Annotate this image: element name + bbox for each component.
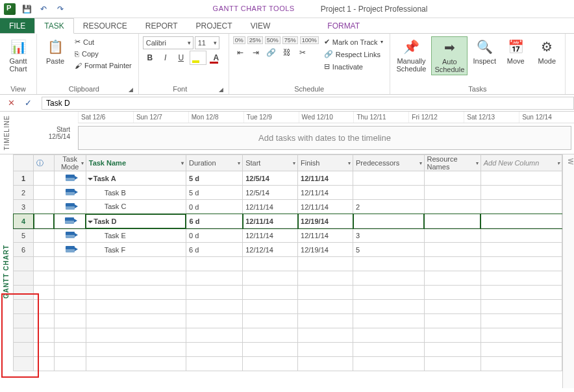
task-mode-cell[interactable] — [54, 314, 86, 328]
outdent-button[interactable]: ⇤ — [233, 45, 247, 60]
ind-cell[interactable] — [34, 328, 54, 343]
duration-cell[interactable] — [186, 257, 242, 271]
auto-schedule-button[interactable]: ➡ Auto Schedule — [431, 36, 468, 75]
predecessors-cell[interactable] — [353, 314, 425, 328]
start-cell[interactable] — [243, 257, 298, 271]
finish-cell[interactable] — [298, 343, 353, 357]
table-row[interactable] — [14, 286, 562, 300]
row-number[interactable] — [14, 343, 34, 357]
ind-cell[interactable] — [34, 286, 54, 300]
add-cell[interactable] — [480, 343, 562, 357]
respect-links-button[interactable]: 🔗Respect Links — [321, 49, 386, 60]
ind-cell[interactable] — [34, 271, 54, 286]
tab-resource[interactable]: RESOURCE — [74, 18, 136, 33]
col-start[interactable]: Start▾ — [243, 155, 298, 171]
add-cell[interactable] — [480, 300, 562, 314]
predecessors-cell[interactable] — [353, 357, 425, 371]
task-mode-cell[interactable] — [54, 271, 86, 286]
add-cell[interactable] — [480, 243, 562, 257]
undo-icon[interactable]: ↶ — [38, 3, 49, 15]
row-number[interactable] — [14, 286, 34, 300]
font-name-combo[interactable]: Calibri▾ — [143, 36, 193, 49]
tab-report[interactable]: REPORT — [136, 18, 187, 33]
row-number[interactable]: 4 — [14, 214, 34, 228]
cancel-entry-icon[interactable]: ✕ — [5, 97, 17, 109]
pct-25-button[interactable]: 25% — [247, 36, 263, 44]
pct-50-button[interactable]: 50% — [265, 36, 281, 44]
indent-button[interactable]: ⇥ — [249, 45, 263, 60]
task-mode-cell[interactable] — [54, 300, 86, 314]
finish-cell[interactable]: 12/11/14 — [298, 228, 353, 243]
task-name-cell[interactable] — [86, 343, 186, 357]
predecessors-cell[interactable] — [353, 214, 425, 228]
paste-button[interactable]: 📋 Paste — [41, 36, 69, 66]
finish-cell[interactable] — [298, 328, 353, 343]
finish-cell[interactable] — [298, 286, 353, 300]
start-cell[interactable] — [243, 300, 298, 314]
table-row[interactable]: 2Task B5 d12/5/1412/11/14 — [14, 186, 562, 200]
row-number[interactable] — [14, 271, 34, 286]
finish-cell[interactable] — [298, 357, 353, 371]
duration-cell[interactable] — [186, 314, 242, 328]
add-cell[interactable] — [480, 257, 562, 271]
res-cell[interactable] — [424, 328, 480, 343]
res-cell[interactable] — [424, 243, 480, 257]
finish-cell[interactable] — [298, 257, 353, 271]
gantt-chart-pane[interactable]: W — [562, 154, 574, 388]
finish-cell[interactable] — [298, 300, 353, 314]
res-cell[interactable] — [424, 228, 480, 243]
move-button[interactable]: 📅 Move — [501, 36, 530, 66]
task-mode-cell[interactable] — [54, 186, 86, 200]
row-number[interactable]: 1 — [14, 171, 34, 186]
finish-cell[interactable]: 12/11/14 — [298, 186, 353, 200]
table-row[interactable]: 3Task C0 d12/11/1412/11/142 — [14, 200, 562, 214]
ind-cell[interactable] — [34, 228, 54, 243]
table-row[interactable] — [14, 328, 562, 343]
row-number[interactable]: 5 — [14, 228, 34, 243]
row-number[interactable] — [14, 314, 34, 328]
font-color-button[interactable]: A — [208, 51, 225, 65]
gantt-chart-button[interactable]: 📊 Gantt Chart — [4, 36, 32, 74]
ind-cell[interactable] — [34, 214, 54, 228]
duration-cell[interactable]: 5 d — [186, 171, 242, 186]
col-indicators[interactable]: ⓘ — [34, 155, 54, 171]
pct-75-button[interactable]: 75% — [282, 36, 298, 44]
finish-cell[interactable]: 12/19/14 — [298, 214, 353, 228]
col-resource-names[interactable]: Resource Names▾ — [424, 155, 480, 171]
expand-icon[interactable] — [88, 178, 93, 180]
res-cell[interactable] — [424, 214, 480, 228]
start-cell[interactable]: 12/5/14 — [243, 186, 298, 200]
ind-cell[interactable] — [34, 200, 54, 214]
duration-cell[interactable] — [186, 357, 242, 371]
col-predecessors[interactable]: Predecessors▾ — [353, 155, 425, 171]
accept-entry-icon[interactable]: ✓ — [22, 97, 34, 109]
task-name-cell[interactable]: Task C — [86, 200, 186, 214]
table-row[interactable] — [14, 271, 562, 286]
predecessors-cell[interactable] — [353, 257, 425, 271]
add-cell[interactable] — [480, 200, 562, 214]
col-duration[interactable]: Duration▾ — [186, 155, 242, 171]
add-cell[interactable] — [480, 228, 562, 243]
ind-cell[interactable] — [34, 300, 54, 314]
tab-file[interactable]: FILE — [0, 18, 34, 33]
table-row[interactable] — [14, 257, 562, 271]
ind-cell[interactable] — [34, 314, 54, 328]
expand-icon[interactable] — [88, 221, 93, 223]
finish-cell[interactable]: 12/11/14 — [298, 171, 353, 186]
italic-button[interactable]: I — [158, 51, 173, 65]
table-row[interactable] — [14, 314, 562, 328]
add-cell[interactable] — [480, 328, 562, 343]
start-cell[interactable] — [243, 314, 298, 328]
start-cell[interactable] — [243, 286, 298, 300]
task-name-cell[interactable] — [86, 271, 186, 286]
row-number[interactable] — [14, 328, 34, 343]
start-cell[interactable]: 12/11/14 — [243, 214, 298, 228]
row-number[interactable]: 3 — [14, 200, 34, 214]
add-cell[interactable] — [480, 314, 562, 328]
duration-cell[interactable]: 6 d — [186, 214, 242, 228]
res-cell[interactable] — [424, 257, 480, 271]
predecessors-cell[interactable] — [353, 271, 425, 286]
predecessors-cell[interactable]: 2 — [353, 200, 425, 214]
finish-cell[interactable] — [298, 271, 353, 286]
task-mode-cell[interactable] — [54, 357, 86, 371]
